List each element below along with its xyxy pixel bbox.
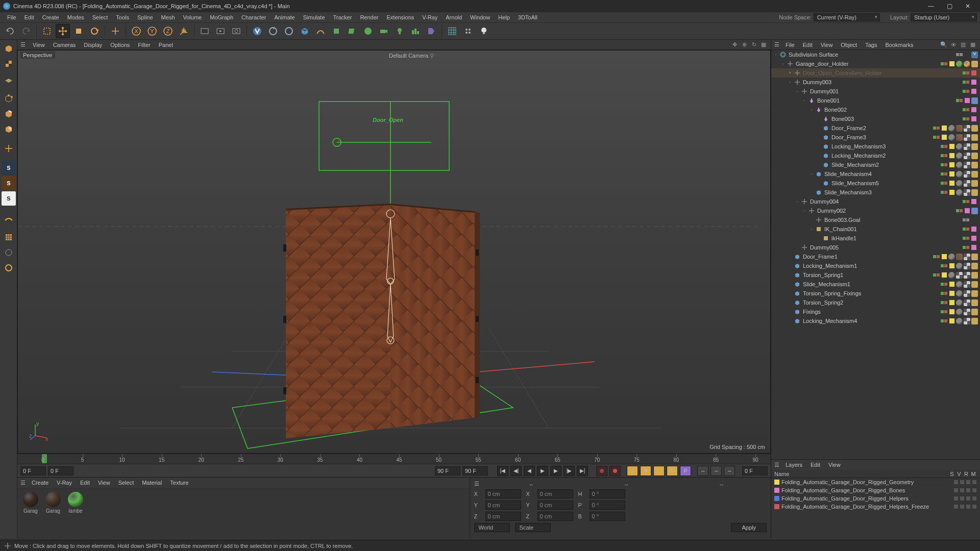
vpmenu-filter[interactable]: Filter (134, 41, 154, 49)
timeline[interactable]: 051015202530354045505560657075808590 (17, 454, 771, 464)
menu-file[interactable]: File (3, 13, 20, 21)
om-row[interactable]: -Garage_door_Holder (771, 59, 980, 68)
om-row[interactable]: Torsion_Spring_Fixings (771, 289, 980, 298)
layer-row[interactable]: Folding_Automatic_Garage_Door_Rigged_Geo… (771, 478, 980, 486)
generator[interactable] (329, 24, 344, 38)
om-row[interactable]: ikHandle1 (771, 234, 980, 243)
play-button[interactable]: ▶ (537, 466, 548, 476)
om-row[interactable]: Torsion_Spring1 (771, 270, 980, 280)
menu-v-ray[interactable]: V-Ray (418, 13, 442, 21)
om-row[interactable]: Bone003.Goal (771, 215, 980, 224)
key-pla[interactable]: P (680, 466, 691, 476)
key-param[interactable]: ↻ (667, 466, 678, 476)
om-row[interactable]: Door_Frame1 (771, 252, 980, 261)
om-row[interactable]: -Dummy004 (771, 197, 980, 206)
bulb-icon[interactable] (477, 24, 491, 38)
matmenu-edit[interactable]: Edit (76, 479, 94, 487)
poly-mode[interactable] (2, 122, 16, 136)
om-row[interactable]: Torsion_Spring2 (771, 298, 980, 307)
select-tool[interactable] (40, 24, 54, 38)
menu-volume[interactable]: Volume (179, 13, 206, 21)
render-settings[interactable] (229, 24, 243, 38)
deformer[interactable] (345, 24, 359, 38)
axis-mode[interactable] (2, 141, 16, 156)
key-pos[interactable]: ○ (627, 466, 638, 476)
om-row[interactable]: -Dummy003 (771, 78, 980, 87)
key-scale[interactable]: ✥ (640, 466, 651, 476)
om-filter-icon[interactable]: ▥ (959, 41, 967, 49)
snap-options[interactable]: S (2, 191, 16, 206)
model-mode[interactable] (2, 41, 16, 56)
end-frame-field[interactable]: 90 F (435, 466, 460, 475)
menu-extensions[interactable]: Extensions (382, 13, 418, 21)
apply-button[interactable]: Apply (731, 523, 767, 532)
move-tool[interactable] (56, 24, 70, 38)
z-axis-lock[interactable]: Z (161, 24, 175, 38)
environment[interactable] (361, 24, 375, 38)
menu-create[interactable]: Create (38, 13, 63, 21)
om-row[interactable]: Slide_Mechanism5 (771, 179, 980, 188)
coord-scale-select[interactable]: Scale (515, 523, 551, 532)
hamburger-icon[interactable]: ☰ (20, 480, 28, 486)
point-mode[interactable] (2, 91, 16, 106)
om-row[interactable]: Dummy005 (771, 243, 980, 252)
ommenu-tags[interactable]: Tags (861, 41, 881, 49)
vray-ipr[interactable] (266, 24, 280, 38)
cube-primitive[interactable] (298, 24, 312, 38)
coord-system[interactable] (177, 24, 191, 38)
om-layout-icon[interactable]: ▦ (969, 41, 977, 49)
keymode-2[interactable]: ⎼ (710, 466, 722, 476)
om-row[interactable]: Locking_Mechanism3 (771, 142, 980, 151)
menu-window[interactable]: Window (466, 13, 494, 21)
snap-toggle[interactable]: S (2, 176, 16, 190)
om-row[interactable]: -Subdivision SurfaceV (771, 50, 980, 59)
vray-button[interactable] (250, 24, 264, 38)
om-row[interactable]: Locking_Mechanism2 (771, 151, 980, 160)
vp-zoom-icon[interactable]: ⊕ (740, 41, 748, 49)
record-button[interactable] (596, 466, 607, 476)
ommenu-object[interactable]: Object (837, 41, 861, 49)
rotate-tool[interactable] (87, 24, 102, 38)
om-row[interactable]: Slide_Mechanism2 (771, 160, 980, 169)
vpmenu-panel[interactable]: Panel (155, 41, 177, 49)
viewport[interactable]: Perspective Default Camera ⚲ (17, 50, 771, 454)
hamburger-icon[interactable]: ☰ (774, 462, 781, 468)
undo-button[interactable] (3, 24, 17, 38)
x-axis-lock[interactable]: X (129, 24, 143, 38)
menu-modes[interactable]: Modes (63, 13, 88, 21)
start-frame-field2[interactable]: 0 F (48, 466, 74, 475)
size-y[interactable]: 0 cm (537, 500, 573, 510)
rot-b[interactable]: 0 ° (590, 512, 625, 521)
key-rot[interactable]: ▢ (653, 466, 665, 476)
circle-mode[interactable] (2, 261, 16, 275)
rot-h[interactable]: 0 ° (590, 489, 625, 498)
vpmenu-view[interactable]: View (29, 41, 49, 49)
om-search-icon[interactable]: 🔍 (940, 41, 948, 49)
spline-primitive[interactable] (313, 24, 328, 38)
om-row[interactable]: Door_Frame3 (771, 133, 980, 142)
keymode-3[interactable]: ⎼ (724, 466, 735, 476)
om-row[interactable]: -Dummy001 (771, 87, 980, 96)
tweak-mode[interactable] (2, 245, 16, 260)
material-slot[interactable]: lambe (66, 492, 85, 514)
om-row[interactable]: Door_Frame2 (771, 123, 980, 133)
menu-mesh[interactable]: Mesh (157, 13, 179, 21)
layer-row[interactable]: Folding_Automatic_Garage_Door_Rigged_Hel… (771, 503, 980, 511)
snap-button[interactable]: S (2, 161, 16, 175)
y-axis-lock[interactable]: Y (145, 24, 159, 38)
coord-world-select[interactable]: World (474, 523, 510, 532)
menu-3dtoall[interactable]: 3DToAll (514, 13, 542, 21)
hamburger-icon[interactable]: ☰ (774, 41, 781, 48)
vp-layout-icon[interactable]: ▦ (760, 41, 768, 49)
matmenu-v-ray[interactable]: V-Ray (53, 479, 76, 487)
menu-animate[interactable]: Animate (270, 13, 299, 21)
material-slot[interactable]: Garag (44, 492, 62, 514)
goto-start-button[interactable]: |◀ (497, 466, 508, 476)
edge-mode[interactable] (2, 107, 16, 121)
vpmenu-display[interactable]: Display (80, 41, 106, 49)
scale-tool[interactable] (71, 24, 86, 38)
rot-p[interactable]: 0 ° (590, 500, 625, 510)
tag-button[interactable] (424, 24, 438, 38)
start-frame-field[interactable]: 0 F (20, 466, 46, 475)
vp-rotate-icon[interactable]: ↻ (750, 41, 758, 49)
